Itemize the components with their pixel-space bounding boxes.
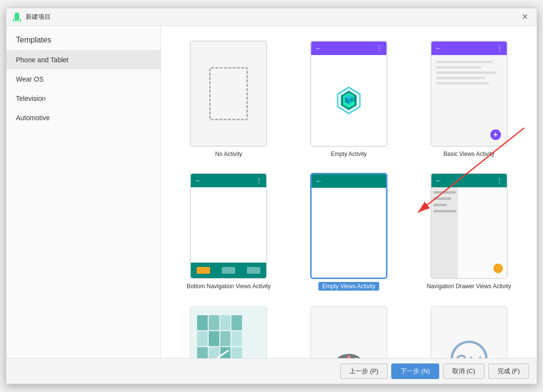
content-area: Templates Phone and Tablet Wear OS Telev… xyxy=(6,26,537,358)
template-preview-basic-views: ← ⋮ + xyxy=(430,41,508,147)
menu-dots-icon-2: ⋮ xyxy=(497,45,503,52)
bottom-bar: 上一步 (P) 下一步 (N) 取消 (C) 完成 (F) xyxy=(6,358,537,384)
back-arrow-icon: ← xyxy=(315,44,322,52)
android-icon xyxy=(12,12,22,22)
back-arrow-icon-4: ← xyxy=(315,177,322,185)
back-arrow-icon-2: ← xyxy=(435,44,442,52)
sidebar-item-wear-os[interactable]: Wear OS xyxy=(6,70,160,89)
template-preview-cpp: C++ xyxy=(430,306,508,358)
template-label-basic-views: Basic Views Activity xyxy=(443,151,494,157)
template-native-cpp[interactable]: C++ Native C++ xyxy=(413,303,525,358)
sidebar-item-automotive[interactable]: Automotive xyxy=(6,108,160,127)
fab-button: + xyxy=(490,129,501,140)
template-preview-empty-views: ← xyxy=(310,173,387,279)
template-label-no-activity: No Activity xyxy=(215,151,242,157)
menu-dots-icon-5: ⋮ xyxy=(497,177,503,184)
template-bottom-navigation[interactable]: ← ⋮ Bottom Navigation Views Activity xyxy=(172,170,285,294)
template-label-empty-activity: Empty Activity xyxy=(331,151,367,157)
template-preview-nav-drawer: ← ⋮ xyxy=(430,173,508,279)
title-bar-left: 新建项目 xyxy=(12,12,51,22)
template-preview-chart xyxy=(190,306,267,358)
menu-dots-icon: ⋮ xyxy=(376,45,383,52)
menu-dots-icon-3: ⋮ xyxy=(256,177,262,184)
template-game-activity[interactable]: Game Activity xyxy=(293,303,405,358)
title-bar: 新建项目 ✕ xyxy=(6,8,537,26)
template-preview-empty-activity: ← ⋮ xyxy=(310,41,387,147)
dialog-title: 新建项目 xyxy=(26,13,51,21)
dashed-rect xyxy=(209,67,248,120)
android-studio-logo xyxy=(334,85,363,116)
close-button[interactable]: ✕ xyxy=(519,12,531,22)
next-button[interactable]: 下一步 (N) xyxy=(391,364,439,379)
template-preview-game xyxy=(310,306,387,358)
template-preview-no-activity xyxy=(190,41,267,147)
game-controller-icon xyxy=(332,346,366,359)
back-arrow-icon-5: ← xyxy=(435,177,442,184)
template-no-activity[interactable]: No Activity xyxy=(172,38,285,160)
svg-text:C++: C++ xyxy=(456,351,485,358)
template-grid: No Activity ← ⋮ xyxy=(169,34,529,358)
sidebar-item-television[interactable]: Television xyxy=(6,89,160,108)
bottom-nav-bar xyxy=(191,263,266,278)
template-label-bottom-nav: Bottom Navigation Views Activity xyxy=(186,283,271,290)
new-project-dialog: 新建项目 ✕ Templates Phone and Tablet Wear O… xyxy=(6,8,537,384)
template-basic-views[interactable]: ← ⋮ + xyxy=(413,38,525,160)
template-empty-activity[interactable]: ← ⋮ xyxy=(293,38,405,160)
prev-button[interactable]: 上一步 (P) xyxy=(340,364,387,379)
template-empty-views-activity[interactable]: ← Empty Views Activity xyxy=(293,170,405,294)
sidebar: Templates Phone and Tablet Wear OS Telev… xyxy=(6,26,161,358)
template-activity-chart[interactable]: Activity Chart xyxy=(172,303,285,358)
sidebar-item-phone-tablet[interactable]: Phone and Tablet xyxy=(6,50,160,70)
template-label-empty-views: Empty Views Activity xyxy=(318,282,379,291)
template-preview-bottom-nav: ← ⋮ xyxy=(190,173,267,279)
sidebar-section-title: Templates xyxy=(6,26,160,50)
template-navigation-drawer[interactable]: ← ⋮ xyxy=(413,170,525,294)
cancel-button[interactable]: 取消 (C) xyxy=(443,364,485,379)
cpp-logo: C++ xyxy=(450,340,488,358)
back-arrow-icon-3: ← xyxy=(195,177,201,184)
template-label-nav-drawer: Navigation Drawer Views Activity xyxy=(427,283,511,290)
template-area: No Activity ← ⋮ xyxy=(161,26,537,358)
finish-button[interactable]: 完成 (F) xyxy=(488,364,529,379)
